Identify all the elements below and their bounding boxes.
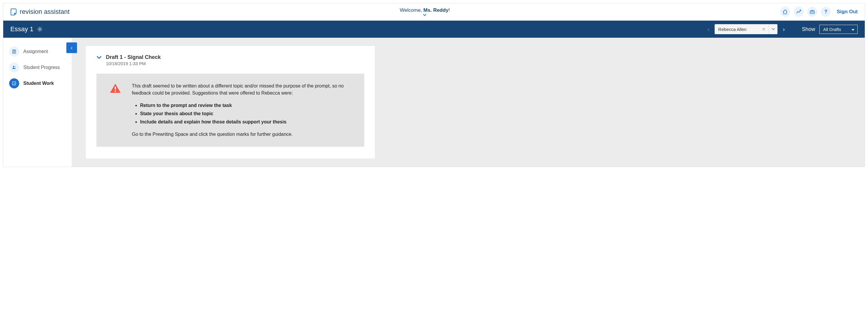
- feedback-box: This draft seemed to be written about a …: [96, 74, 364, 147]
- feedback-text: This draft seemed to be written about a …: [132, 82, 351, 138]
- draft-title: Draft 1 - Signal Check: [106, 54, 161, 60]
- header-actions: ? Sign Out: [780, 7, 858, 17]
- student-select[interactable]: Rebecca Allen ✕: [715, 24, 777, 34]
- sidebar-item-label: Student Progress: [23, 65, 60, 70]
- people-icon: [9, 63, 19, 72]
- sign-out-link[interactable]: Sign Out: [837, 9, 858, 15]
- chevron-down-icon[interactable]: [769, 24, 777, 34]
- triangle-down-icon: [851, 27, 855, 32]
- logo[interactable]: revision assistant: [10, 8, 70, 15]
- sidebar-item-assignment[interactable]: Assignment: [3, 44, 72, 60]
- next-student-button[interactable]: ›: [782, 26, 786, 33]
- sub-header: Essay 1 ‹ Rebecca Allen ✕ › Show All Dra…: [3, 21, 865, 38]
- list-item: State your thesis about the topic: [140, 110, 351, 117]
- warning-icon: [110, 83, 121, 95]
- svg-point-1: [39, 28, 41, 30]
- svg-point-3: [13, 66, 14, 67]
- top-header: revision assistant Welcome, Ms. Reddy! ?…: [3, 3, 865, 21]
- svg-point-4: [14, 66, 16, 67]
- list-item: Include details and explain how those de…: [140, 118, 351, 126]
- sidebar-item-student-progress[interactable]: Student Progress: [3, 60, 72, 75]
- sidebar: ‹ Assignment Student Progress Student Wo…: [3, 38, 72, 167]
- list-item: Return to the prompt and review the task: [140, 102, 351, 109]
- welcome-dropdown[interactable]: Welcome, Ms. Reddy!: [400, 7, 450, 16]
- drafts-filter-select[interactable]: All Drafts: [819, 25, 858, 34]
- clear-icon[interactable]: ✕: [759, 24, 769, 34]
- gear-icon[interactable]: [37, 26, 43, 32]
- student-select-value: Rebecca Allen: [715, 24, 759, 34]
- welcome-prefix: Welcome,: [400, 7, 424, 13]
- body: ‹ Assignment Student Progress Student Wo…: [3, 38, 865, 167]
- sidebar-item-label: Assignment: [23, 49, 48, 54]
- caret-down-icon: [400, 14, 450, 16]
- drafts-filter-value: All Drafts: [823, 27, 841, 32]
- svg-rect-6: [115, 86, 116, 90]
- progress-icon[interactable]: [794, 7, 804, 17]
- sub-header-right: ‹ Rebecca Allen ✕ › Show All Drafts: [706, 24, 858, 34]
- document-icon: [9, 46, 19, 57]
- collapse-draft-button[interactable]: [96, 55, 102, 60]
- draft-timestamp: 10/18/2019 1:33 PM: [106, 61, 161, 66]
- app-frame: revision assistant Welcome, Ms. Reddy! ?…: [3, 3, 865, 167]
- draft-title-box: Draft 1 - Signal Check 10/18/2019 1:33 P…: [106, 54, 161, 66]
- welcome-name: Ms. Reddy: [424, 7, 448, 13]
- sub-header-left: Essay 1: [10, 25, 43, 33]
- help-icon[interactable]: ?: [821, 7, 831, 17]
- draft-card: Draft 1 - Signal Check 10/18/2019 1:33 P…: [86, 46, 375, 159]
- feedback-outro: Go to the Prewriting Space and click the…: [132, 131, 351, 138]
- prev-student-button[interactable]: ‹: [706, 26, 711, 33]
- edit-icon: [9, 78, 19, 89]
- sidebar-item-student-work[interactable]: Student Work: [3, 75, 72, 91]
- suggestion-list: Return to the prompt and review the task…: [140, 102, 351, 126]
- draft-header: Draft 1 - Signal Check 10/18/2019 1:33 P…: [96, 54, 364, 66]
- feedback-intro: This draft seemed to be written about a …: [132, 82, 351, 97]
- content-area: Draft 1 - Signal Check 10/18/2019 1:33 P…: [72, 38, 865, 167]
- home-icon[interactable]: [780, 7, 790, 17]
- svg-rect-7: [115, 91, 116, 92]
- show-label: Show: [802, 26, 815, 32]
- sidebar-item-label: Student Work: [23, 81, 54, 86]
- logo-icon: [10, 8, 18, 15]
- logo-text: revision assistant: [20, 8, 70, 15]
- briefcase-icon[interactable]: [807, 7, 817, 17]
- welcome-suffix: !: [448, 7, 450, 13]
- essay-title: Essay 1: [10, 25, 33, 33]
